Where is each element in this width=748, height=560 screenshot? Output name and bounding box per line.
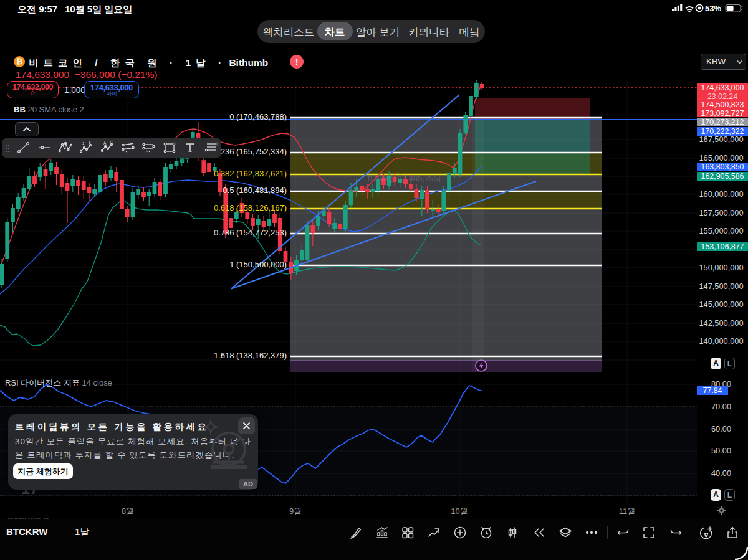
svg-text:C: C bbox=[110, 141, 113, 145]
svg-text:A: A bbox=[103, 141, 107, 145]
svg-text:1: 1 bbox=[82, 141, 85, 145]
svg-text:5: 5 bbox=[89, 141, 91, 145]
svg-text:53%: 53% bbox=[705, 4, 721, 13]
